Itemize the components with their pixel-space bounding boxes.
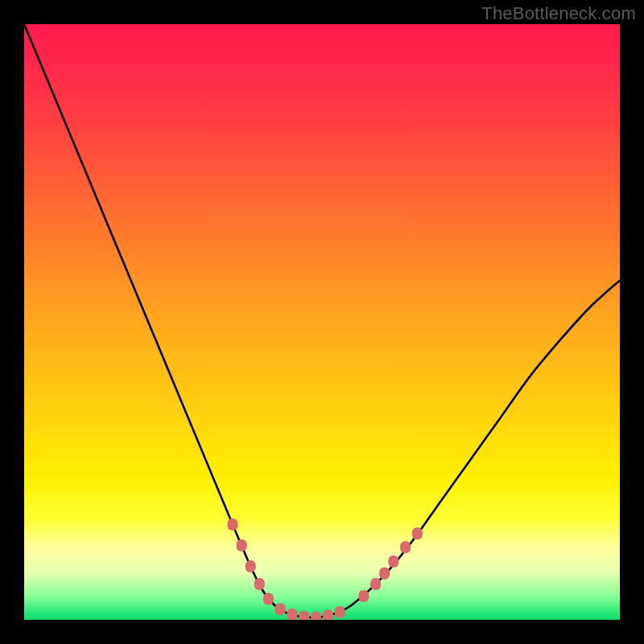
curve-marker [287,609,298,620]
curve-marker [358,590,369,602]
curve-marker [237,539,247,551]
chart-frame: TheBottleneck.com [0,0,644,644]
attribution-text: TheBottleneck.com [481,3,636,24]
curve-marker [370,578,381,590]
curve-marker [246,560,256,572]
curve-marker [412,527,423,539]
curve-marker [299,611,309,620]
curve-marker [388,555,398,568]
plot-area [24,24,620,620]
curve-marker [323,609,333,620]
curve-marker [228,518,238,530]
curve-marker [311,612,321,620]
curve-marker [254,578,265,590]
curve-marker [275,603,286,615]
curve-layer [24,24,620,620]
curve-marker [263,593,274,605]
curve-marker [379,568,390,580]
curve-marker [335,606,345,618]
bottleneck-curve [24,24,620,617]
curve-marker [400,541,411,553]
